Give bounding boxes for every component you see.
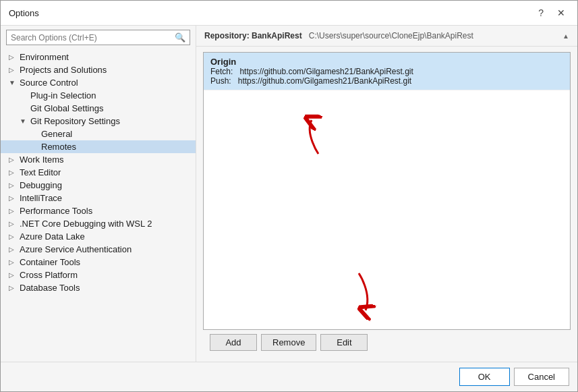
tree-item-projects-solutions[interactable]: ▷Projects and Solutions [1,63,196,76]
remote-list-container: Origin Fetch: https://github.com/Gilgame… [203,52,571,330]
tree-item-git-repo-settings[interactable]: ▼Git Repository Settings [1,115,196,128]
tree-item-container-tools[interactable]: ▷Container Tools [1,256,196,269]
tree-label-work-items: Work Items [20,155,193,165]
tree-arrow-text-editor: ▷ [9,169,20,176]
arrow-up-annotation [298,113,339,163]
tree-label-projects-solutions: Projects and Solutions [20,65,193,75]
tree-label-general: General [41,129,193,139]
repo-path: C:\Users\super\source\CloneEjp\BankApiRe… [309,31,473,40]
tree-label-container-tools: Container Tools [20,257,193,267]
tree-item-net-core-debugging[interactable]: ▷.NET Core Debugging with WSL 2 [1,217,196,230]
remote-name: Origin [210,57,563,67]
push-label: Push: [210,76,231,86]
remote-push-line: Push: https://github.com/Gilgamesh21/Ban… [210,76,563,86]
repo-header-content: Repository: BankApiRest C:\Users\super\s… [204,31,569,40]
tree-arrow-projects-solutions: ▷ [9,66,20,74]
tree-arrow-work-items: ▷ [9,156,20,163]
right-panel: Repository: BankApiRest C:\Users\super\s… [196,26,577,362]
ok-button[interactable]: OK [459,368,510,386]
tree-item-intellitrace[interactable]: ▷IntelliTrace [1,192,196,204]
edit-button[interactable]: Edit [320,334,368,351]
tree: ▷Environment▷Projects and Solutions▼Sour… [1,49,196,362]
tree-arrow-azure-data-lake: ▷ [9,233,20,240]
tree-arrow-database-tools: ▷ [9,284,20,291]
tree-item-debugging[interactable]: ▷Debugging [1,179,196,192]
fetch-label: Fetch: [210,67,233,76]
remote-fetch-line: Fetch: https://github.com/Gilgamesh21/Ba… [210,67,563,76]
tree-item-remotes[interactable]: Remotes [1,140,196,153]
search-input[interactable] [11,33,175,43]
arrow-down-svg [339,267,379,320]
remote-list-area: Origin Fetch: https://github.com/Gilgame… [196,47,577,362]
tree-item-performance-tools[interactable]: ▷Performance Tools [1,204,196,217]
close-button[interactable]: ✕ [553,6,569,20]
dialog-title: Options [9,8,39,18]
tree-item-git-global-settings[interactable]: Git Global Settings [1,102,196,115]
tree-arrow-intellitrace: ▷ [9,194,20,202]
tree-item-plugin-selection[interactable]: Plug-in Selection [1,89,196,102]
tree-arrow-container-tools: ▷ [9,258,20,266]
fetch-url: https://github.com/Gilgamesh21/BankApiRe… [239,67,413,76]
tree-label-text-editor: Text Editor [20,167,193,177]
tree-label-azure-service-auth: Azure Service Authentication [20,244,193,254]
tree-arrow-performance-tools: ▷ [9,207,20,215]
tree-label-azure-data-lake: Azure Data Lake [20,231,193,242]
tree-item-general[interactable]: General [1,128,196,140]
action-buttons: Add Remove Edit [203,330,571,356]
tree-label-git-repo-settings: Git Repository Settings [30,116,193,126]
tree-item-azure-service-auth[interactable]: ▷Azure Service Authentication [1,243,196,256]
tree-label-cross-platform: Cross Platform [20,270,193,280]
tree-label-net-core-debugging: .NET Core Debugging with WSL 2 [20,219,193,229]
tree-item-environment[interactable]: ▷Environment [1,51,196,63]
scroll-up-icon[interactable]: ▲ [562,32,569,40]
tree-item-azure-data-lake[interactable]: ▷Azure Data Lake [1,230,196,243]
tree-arrow-git-repo-settings: ▼ [20,117,30,125]
arrow-up-svg [298,113,339,161]
tree-arrow-net-core-debugging: ▷ [9,220,20,227]
tree-label-intellitrace: IntelliTrace [20,193,193,203]
repo-name-label: Repository: BankApiRest [204,31,302,40]
tree-item-database-tools[interactable]: ▷Database Tools [1,281,196,294]
title-bar: Options ? ✕ [1,1,577,26]
main-content: 🔍 ▷Environment▷Projects and Solutions▼So… [1,26,577,362]
tree-label-performance-tools: Performance Tools [20,206,193,216]
tree-label-environment: Environment [20,52,193,62]
dialog-body: 🔍 ▷Environment▷Projects and Solutions▼So… [1,26,577,391]
help-button[interactable]: ? [534,6,548,20]
remove-button[interactable]: Remove [261,334,316,351]
repo-label: Repository: BankApiRest C:\Users\super\s… [204,31,473,40]
search-box[interactable]: 🔍 [6,30,190,45]
search-icon: 🔍 [175,32,185,43]
remote-item-origin[interactable]: Origin Fetch: https://github.com/Gilgame… [204,53,570,90]
push-url: https://github.com/Gilgamesh21/BankApiRe… [238,76,411,86]
bottom-bar: OK Cancel [1,362,577,391]
tree-label-source-control: Source Control [20,78,193,88]
repo-header: Repository: BankApiRest C:\Users\super\s… [196,26,577,47]
tree-label-plugin-selection: Plug-in Selection [30,90,193,101]
tree-label-remotes: Remotes [41,142,193,152]
tree-arrow-source-control: ▼ [9,79,20,86]
title-controls: ? ✕ [534,6,569,20]
add-button[interactable]: Add [210,334,257,351]
tree-arrow-debugging: ▷ [9,181,20,189]
tree-label-debugging: Debugging [20,180,193,190]
tree-label-git-global-settings: Git Global Settings [30,103,193,113]
tree-item-work-items[interactable]: ▷Work Items [1,153,196,166]
tree-arrow-azure-service-auth: ▷ [9,246,20,253]
tree-item-source-control[interactable]: ▼Source Control [1,76,196,89]
options-dialog: Options ? ✕ 🔍 ▷Environment▷Projects and … [0,0,578,392]
tree-label-database-tools: Database Tools [20,283,193,293]
tree-arrow-cross-platform: ▷ [9,271,20,279]
arrow-down-annotation [339,267,379,323]
tree-item-cross-platform[interactable]: ▷Cross Platform [1,269,196,281]
cancel-button[interactable]: Cancel [514,368,569,386]
tree-arrow-environment: ▷ [9,53,20,61]
left-panel: 🔍 ▷Environment▷Projects and Solutions▼So… [1,26,196,362]
tree-item-text-editor[interactable]: ▷Text Editor [1,166,196,179]
